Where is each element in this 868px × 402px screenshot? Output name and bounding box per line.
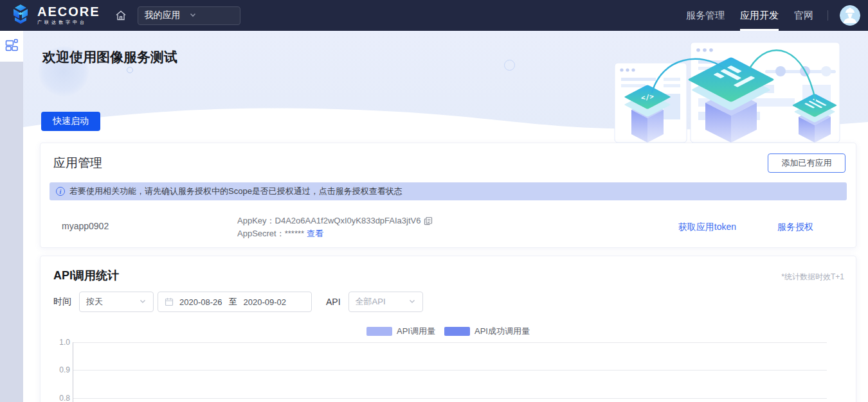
page-title: 欢迎使用图像服务测试 — [42, 48, 177, 66]
brand-logo-icon — [9, 3, 32, 28]
legend-item-api-calls[interactable]: API调用量 — [366, 326, 435, 337]
chevron-down-icon — [189, 10, 233, 21]
stats-filters: 时间 按天 2020-08-26 至 2020-09-02 API — [53, 292, 423, 312]
notice-text: 若要使用相关功能，请先确认服务授权中的Scope是否已授权通过，点击服务授权查看… — [69, 186, 402, 197]
left-sidebar — [0, 31, 23, 402]
brand[interactable]: AECORE 广联达数字中台 — [9, 3, 100, 28]
api-select[interactable]: 全部API — [348, 292, 423, 312]
info-circle-icon: i — [56, 187, 65, 196]
brand-name: AECORE — [37, 5, 100, 18]
gridline — [73, 398, 827, 399]
chart-legend: API调用量 API成功调用量 — [41, 326, 856, 337]
page: AECORE 广联达数字中台 我的应用 服务管理 应用开发 官网 — [0, 0, 868, 402]
service-authorization-link[interactable]: 服务授权 — [777, 222, 813, 233]
dashboard-grid-icon — [5, 39, 18, 54]
app-select[interactable]: 我的应用 — [138, 6, 240, 25]
appsecret-row: AppSecret： ****** 查看 — [237, 227, 433, 240]
brand-subtitle: 广联达数字中台 — [37, 19, 100, 26]
date-start: 2020-08-26 — [179, 297, 222, 307]
quick-start-button[interactable]: 快速启动 — [41, 112, 100, 131]
y-tick-label: 1.0 — [50, 338, 70, 347]
scope-notice-banner: i 若要使用相关功能，请先确认服务授权中的Scope是否已授权通过，点击服务授权… — [50, 182, 847, 200]
api-stats-title: API调用统计 — [53, 268, 119, 283]
chevron-down-icon — [408, 297, 416, 307]
y-tick-label: 0.9 — [50, 365, 70, 374]
api-select-value: 全部API — [356, 296, 408, 308]
granularity-select[interactable]: 按天 — [79, 292, 154, 312]
date-range-picker[interactable]: 2020-08-26 至 2020-09-02 — [158, 292, 312, 312]
nav-item-app-development[interactable]: 应用开发 — [732, 0, 786, 31]
chevron-down-icon — [139, 297, 147, 307]
appkey-row: AppKey： D4A2o6AA1f2wQxI0yK833dpFAIa3jtV6 — [237, 214, 433, 227]
appsecret-label: AppSecret： — [237, 227, 285, 240]
stats-validity-note: *统计数据时效T+1 — [781, 272, 844, 283]
y-axis-line — [73, 342, 73, 402]
hero-illustration: </> — [612, 39, 842, 143]
nav-item-official-site[interactable]: 官网 — [786, 0, 821, 31]
add-existing-app-button[interactable]: 添加已有应用 — [768, 153, 845, 173]
appkey-label: AppKey： — [237, 214, 275, 227]
gridline — [73, 342, 827, 343]
appsecret-masked: ****** — [285, 227, 304, 240]
get-app-token-link[interactable]: 获取应用token — [678, 222, 736, 233]
legend-swatch-api-success-calls — [444, 327, 470, 336]
date-separator: 至 — [229, 296, 237, 308]
view-secret-link[interactable]: 查看 — [307, 227, 323, 240]
app-management-card: 应用管理 添加已有应用 i 若要使用相关功能，请先确认服务授权中的Scope是否… — [40, 143, 856, 248]
y-tick-label: 0.8 — [50, 394, 70, 402]
home-icon[interactable] — [114, 9, 127, 22]
app-select-value: 我的应用 — [145, 10, 189, 21]
time-filter-label: 时间 — [53, 296, 71, 308]
legend-swatch-api-calls — [366, 327, 392, 336]
hero-decor-ring-small — [127, 67, 133, 73]
app-name: myapp0902 — [62, 221, 109, 231]
granularity-value: 按天 — [86, 296, 139, 308]
nav-menu: 服务管理 应用开发 官网 — [678, 0, 860, 31]
api-filter-label: API — [326, 297, 341, 307]
nav-item-service-management[interactable]: 服务管理 — [678, 0, 732, 31]
user-avatar[interactable] — [840, 5, 860, 26]
sidebar-item-dashboard[interactable] — [0, 31, 23, 62]
legend-item-api-success-calls[interactable]: API成功调用量 — [444, 326, 530, 337]
hero-decor-ring-large — [504, 60, 515, 71]
gridline — [73, 370, 827, 371]
date-end: 2020-09-02 — [244, 297, 287, 307]
copy-icon[interactable] — [424, 216, 433, 225]
hero-banner: </> — [23, 31, 868, 143]
nav-divider — [827, 10, 828, 21]
appkey-value: D4A2o6AA1f2wQxI0yK833dpFAIa3jtV6 — [275, 214, 421, 227]
calendar-icon — [165, 297, 174, 306]
api-stats-card: API调用统计 *统计数据时效T+1 时间 按天 2020-08-26 至 — [40, 256, 856, 402]
app-credentials: AppKey： D4A2o6AA1f2wQxI0yK833dpFAIa3jtV6… — [237, 214, 433, 240]
top-navbar: AECORE 广联达数字中台 我的应用 服务管理 应用开发 官网 — [0, 0, 868, 31]
app-management-title: 应用管理 — [53, 155, 102, 171]
